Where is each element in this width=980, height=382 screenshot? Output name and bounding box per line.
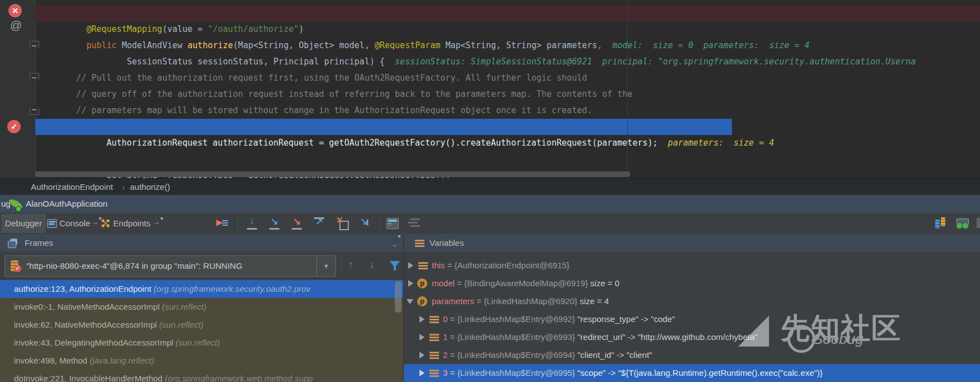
editor-pane[interactable]: ✕ @ ✓ @RequestMapping(value = "/oauth/au… [0, 0, 980, 178]
stack-frame-row-selected[interactable]: authorize:123, AuthorizationEndpoint (or… [0, 280, 403, 298]
evaluate-expression-icon[interactable] [386, 218, 399, 229]
thread-running-badge: ✓ [14, 265, 21, 272]
tab-endpoints[interactable]: Endpoints [113, 213, 151, 234]
debug-toolwindow-header[interactable]: ug AlanOAuthApplication [0, 195, 980, 213]
map-entry-row-1[interactable]: 1 = {LinkedHashMap$Entry@6993} "redirect… [404, 328, 980, 346]
force-step-into-icon[interactable]: ↘ [291, 217, 302, 230]
breadcrumb-separator: › [122, 179, 125, 195]
tab-console[interactable]: Console [59, 213, 90, 234]
code-comment-line[interactable]: // parameters map will be stored without… [56, 103, 592, 119]
frames-panel-title: Frames [25, 234, 53, 252]
code-comment-line[interactable]: // Pull out the authorization request fi… [56, 70, 587, 86]
expand-arrow-icon[interactable] [419, 316, 424, 323]
toolbar-separator [380, 216, 381, 231]
frames-panel: ✓ "http-nio-8080-exec-4"@6,874 in group … [0, 252, 403, 382]
show-execution-point-icon[interactable]: ▶ [216, 217, 228, 230]
run-to-cursor-icon[interactable]: ↘ I [358, 217, 372, 230]
entry-icon [430, 370, 439, 377]
filter-frames-icon[interactable] [390, 261, 400, 271]
previous-frame-icon[interactable]: ↑ [348, 259, 354, 271]
thread-selector-dropdown[interactable]: ✓ "http-nio-8080-exec-4"@6,874 in group … [4, 255, 336, 277]
thread-label: "http-nio-8080-exec-4"@6,874 in group "m… [26, 256, 242, 276]
map-entry-row-0[interactable]: 0 = {LinkedHashMap$Entry@6992} "response… [404, 310, 980, 328]
parameter-icon: p [417, 278, 427, 288]
dropdown-divider [316, 256, 317, 276]
partial-toolbar-icon[interactable] [977, 218, 980, 228]
editor-hscrollbar[interactable] [35, 171, 630, 177]
frames-toolbar-separator [342, 259, 343, 273]
code-line-responsetypes[interactable]: Set<String> responseTypes = authorizatio… [56, 151, 450, 167]
dropdown-arrow-icon[interactable]: ▼ [323, 256, 329, 276]
code-line-annotation[interactable]: @RequestMapping(value = "/oauth/authoriz… [56, 5, 304, 21]
code-comment-line[interactable]: // query off of the authorization reques… [56, 86, 633, 103]
inline-debug-hint: sessionStatus: SimpleSessionStatus@6921 … [385, 57, 916, 67]
debug-toolbar: Debugger Console → Endpoints → ▶ ↓ ↘ [0, 213, 980, 234]
open-in-new-window-icon[interactable]: → [91, 217, 101, 226]
breadcrumb: AuthorizationEndpoint › authorize() [0, 178, 980, 195]
run-configuration-name: AlanOAuthApplication [26, 195, 108, 213]
variable-row-model[interactable]: p model = {BindingAwareModelMap@6919} si… [404, 274, 980, 292]
layout-settings-icon[interactable] [408, 218, 420, 227]
toolbar-separator [237, 216, 239, 231]
drop-frame-icon[interactable]: ✕ [336, 217, 348, 230]
expand-arrow-icon[interactable] [408, 262, 413, 269]
map-entry-row-2[interactable]: 2 = {LinkedHashMap$Entry@6994} "client_i… [404, 346, 980, 364]
code-line-signature[interactable]: public ModelAndView authorize(Map<String… [56, 21, 810, 38]
console-icon [47, 219, 57, 228]
variables-panel-header[interactable]: Variables [403, 234, 980, 253]
frames-pin-icon[interactable]: → [390, 235, 400, 253]
variable-row-parameters[interactable]: p parameters = {LinkedHashMap@6920} size… [404, 292, 980, 310]
expand-arrow-icon[interactable] [419, 334, 424, 341]
parameter-icon: p [417, 296, 427, 306]
variables-panel: this = {AuthorizationEndpoint@6915} p mo… [403, 252, 980, 382]
variables-icon [415, 240, 424, 247]
step-out-icon[interactable]: ↗ [314, 217, 325, 230]
step-over-icon[interactable]: ↓ [246, 217, 258, 230]
code-line-signature2[interactable]: SessionStatus sessionStatus, Principal p… [56, 38, 916, 54]
memory-view-icon[interactable] [955, 217, 969, 230]
endpoints-icon [101, 218, 110, 228]
annotation-gutter-icon: @ [10, 18, 22, 32]
map-entry-row-3-selected[interactable]: 3 = {LinkedHashMap$Entry@6995} "scope" -… [404, 364, 980, 382]
breakpoint-verified-icon[interactable]: ✓ [7, 120, 21, 133]
tab-debugger[interactable]: Debugger [1, 214, 46, 233]
next-frame-icon[interactable]: ↓ [370, 259, 375, 271]
frames-panel-header[interactable]: Frames → [0, 234, 403, 253]
entry-icon [430, 352, 439, 359]
inline-debug-hint-active: parameters: size = 4 [658, 138, 774, 148]
debug-label-cut: ug [1, 195, 11, 213]
code-line-execution[interactable]: AuthorizationRequest authorizationReques… [76, 119, 774, 135]
variable-icon [418, 262, 428, 269]
stack-frame-row[interactable]: doInvoke:221, InvocableHandlerMethod (or… [0, 370, 403, 382]
variable-row-this[interactable]: this = {AuthorizationEndpoint@6915} [404, 257, 980, 274]
ide-window: ✕ @ ✓ @RequestMapping(value = "/oauth/au… [0, 0, 980, 382]
open-in-new-window-icon[interactable]: → [152, 217, 163, 226]
step-into-icon[interactable]: ↘ [269, 217, 280, 230]
variables-panel-title: Variables [430, 234, 464, 252]
stack-frame-row[interactable]: invoke:62, NativeMethodAccessorImpl (sun… [0, 316, 403, 334]
breakpoint-invalid-icon[interactable]: ✕ [8, 4, 22, 17]
running-indicator-dot [16, 206, 21, 212]
entry-icon [430, 316, 439, 323]
frames-vscrollbar[interactable] [395, 281, 402, 313]
collapse-arrow-icon[interactable] [407, 299, 413, 304]
stack-frame-row[interactable]: invoke:498, Method (java.lang.reflect) [0, 352, 403, 370]
expand-arrow-icon[interactable] [419, 352, 424, 358]
stack-frame-row[interactable]: invoke0:-1, NativeMethodAccessorImpl (su… [0, 298, 403, 316]
expand-arrow-icon[interactable] [408, 280, 413, 287]
breadcrumb-class[interactable]: AuthorizationEndpoint [31, 179, 113, 195]
threads-view-icon[interactable] [934, 217, 948, 230]
breadcrumb-method[interactable]: authorize() [130, 179, 170, 195]
frames-list: authorize:123, AuthorizationEndpoint (or… [0, 280, 403, 382]
frames-icon [8, 239, 18, 248]
stack-frame-row[interactable]: invoke:43, DelegatingMethodAccessorImpl … [0, 334, 403, 352]
expand-arrow-icon[interactable] [419, 370, 424, 376]
entry-icon [430, 334, 439, 341]
